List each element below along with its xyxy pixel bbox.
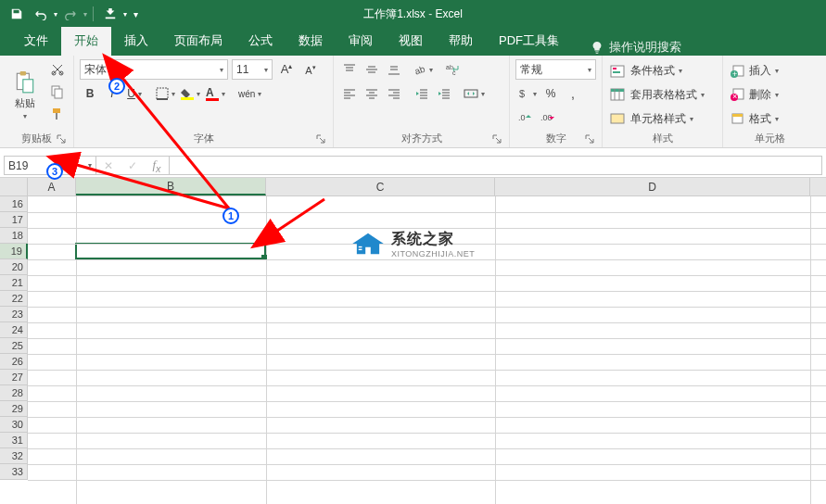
selected-cell	[75, 243, 266, 259]
align-middle-icon	[365, 63, 378, 76]
row-header-21[interactable]: 21	[0, 275, 28, 291]
tell-me-search[interactable]: 操作说明搜索	[591, 39, 681, 56]
svg-rect-1	[19, 71, 25, 75]
delete-cells-button[interactable]: × 删除▾	[729, 83, 810, 106]
cancel-formula-button[interactable]: ✕	[96, 159, 121, 172]
row-header-32[interactable]: 32	[0, 448, 28, 464]
tab-help[interactable]: 帮助	[436, 27, 486, 56]
tab-page-layout[interactable]: 页面布局	[161, 27, 235, 56]
format-painter-button[interactable]	[47, 104, 68, 124]
conditional-format-button[interactable]: 条件格式▾	[608, 60, 717, 82]
number-format-combo[interactable]: 常规▾	[515, 59, 596, 80]
align-left-button[interactable]	[339, 83, 360, 104]
name-box[interactable]: B19▾	[4, 156, 96, 175]
align-top-button[interactable]	[339, 59, 360, 80]
row-header-19[interactable]: 19	[0, 244, 28, 259]
row-header-25[interactable]: 25	[0, 338, 28, 354]
insert-function-button[interactable]: fx	[145, 158, 169, 174]
group-cells: + 插入▾ × 删除▾ 格式▾ 单元格	[723, 56, 816, 147]
row-header-18[interactable]: 18	[0, 228, 28, 244]
increase-font-button[interactable]: A▴	[276, 59, 297, 80]
align-center-button[interactable]	[362, 83, 382, 104]
row-header-30[interactable]: 30	[0, 417, 28, 433]
col-header-D[interactable]: D	[495, 178, 810, 195]
font-launcher[interactable]	[314, 132, 327, 145]
row-headers: 161718192021222324252627282930313233	[0, 196, 28, 480]
row-header-16[interactable]: 16	[0, 196, 28, 212]
select-all-corner[interactable]	[0, 178, 28, 196]
col-header-B[interactable]: B	[76, 178, 266, 195]
title-bar: ▾ ▾ ▾ ▾ 工作簿1.xlsx - Excel	[0, 0, 826, 28]
font-size-combo[interactable]: 11▾	[232, 59, 273, 80]
paste-icon	[13, 70, 37, 94]
brush-icon	[50, 107, 65, 121]
format-as-table-button[interactable]: 套用表格格式▾	[608, 83, 717, 106]
row-header-24[interactable]: 24	[0, 322, 28, 338]
undo-button[interactable]	[30, 3, 52, 25]
worksheet-grid[interactable]: A B C D 16171819202122232425262728293031…	[0, 178, 826, 504]
font-color-button[interactable]: A▾	[204, 83, 227, 104]
align-middle-button[interactable]	[362, 59, 382, 80]
format-cells-button[interactable]: 格式▾	[729, 107, 810, 130]
group-styles: 条件格式▾ 套用表格格式▾ 单元格样式▾ 样式	[603, 56, 723, 147]
svg-text:×: ×	[732, 92, 737, 101]
align-right-button[interactable]	[384, 83, 404, 104]
tab-review[interactable]: 审阅	[336, 27, 386, 56]
cut-button[interactable]	[47, 59, 68, 80]
alignment-launcher[interactable]	[490, 132, 503, 145]
row-header-28[interactable]: 28	[0, 385, 28, 401]
col-header-C[interactable]: C	[266, 178, 495, 195]
phonetic-button[interactable]: wén▾	[236, 83, 263, 104]
orientation-button[interactable]: ab▾	[412, 59, 435, 80]
copy-button[interactable]	[47, 82, 68, 102]
cell-styles-button[interactable]: 单元格样式▾	[608, 107, 717, 130]
save-button[interactable]	[6, 3, 28, 25]
wrap-text-button[interactable]: abc	[442, 59, 463, 80]
borders-button[interactable]: ▾	[154, 83, 177, 104]
row-header-22[interactable]: 22	[0, 291, 28, 307]
touch-mode-button[interactable]	[99, 3, 121, 25]
increase-decimal-button[interactable]: .0	[515, 107, 536, 128]
fill-color-button[interactable]: ▾	[179, 83, 202, 104]
accounting-format-button[interactable]: $▾	[515, 83, 539, 104]
enter-formula-button[interactable]: ✓	[121, 159, 145, 172]
svg-text:ab: ab	[413, 63, 426, 76]
align-left-icon	[343, 87, 356, 100]
tab-data[interactable]: 数据	[286, 27, 336, 56]
tab-insert[interactable]: 插入	[111, 27, 161, 56]
tab-home[interactable]: 开始	[61, 27, 111, 56]
qat-customize-button[interactable]: ▾	[129, 3, 142, 25]
insert-cells-button[interactable]: + 插入▾	[729, 60, 810, 82]
cells-area[interactable]	[28, 196, 826, 504]
decrease-font-button[interactable]: A▾	[300, 59, 321, 80]
row-header-31[interactable]: 31	[0, 433, 28, 448]
percent-button[interactable]: %	[540, 83, 561, 104]
tab-file[interactable]: 文件	[11, 27, 61, 56]
row-header-23[interactable]: 23	[0, 307, 28, 322]
tab-view[interactable]: 视图	[386, 27, 436, 56]
underline-button[interactable]: U▾	[124, 83, 145, 104]
clipboard-launcher[interactable]	[55, 132, 68, 145]
align-bottom-button[interactable]	[384, 59, 404, 80]
merge-center-button[interactable]: ▾	[462, 83, 487, 104]
decrease-decimal-button[interactable]: .00	[538, 107, 558, 128]
tab-formulas[interactable]: 公式	[235, 27, 286, 56]
redo-button[interactable]	[59, 3, 82, 25]
italic-button[interactable]: I	[102, 83, 122, 104]
comma-button[interactable]: ,	[563, 83, 583, 104]
bold-button[interactable]: B	[80, 83, 100, 104]
paste-button[interactable]: 粘贴 ▾	[6, 59, 44, 131]
row-header-27[interactable]: 27	[0, 370, 28, 385]
tab-pdf-tools[interactable]: PDF工具集	[486, 27, 572, 56]
increase-indent-button[interactable]	[434, 83, 454, 104]
row-header-29[interactable]: 29	[0, 401, 28, 417]
row-header-17[interactable]: 17	[0, 212, 28, 228]
row-header-20[interactable]: 20	[0, 259, 28, 275]
number-launcher[interactable]	[583, 132, 596, 145]
formula-input[interactable]	[170, 156, 822, 175]
decrease-indent-button[interactable]	[412, 83, 432, 104]
row-header-33[interactable]: 33	[0, 464, 28, 480]
row-header-26[interactable]: 26	[0, 354, 28, 370]
font-name-combo[interactable]: 宋体▾	[80, 59, 228, 80]
col-header-A[interactable]: A	[28, 178, 76, 195]
